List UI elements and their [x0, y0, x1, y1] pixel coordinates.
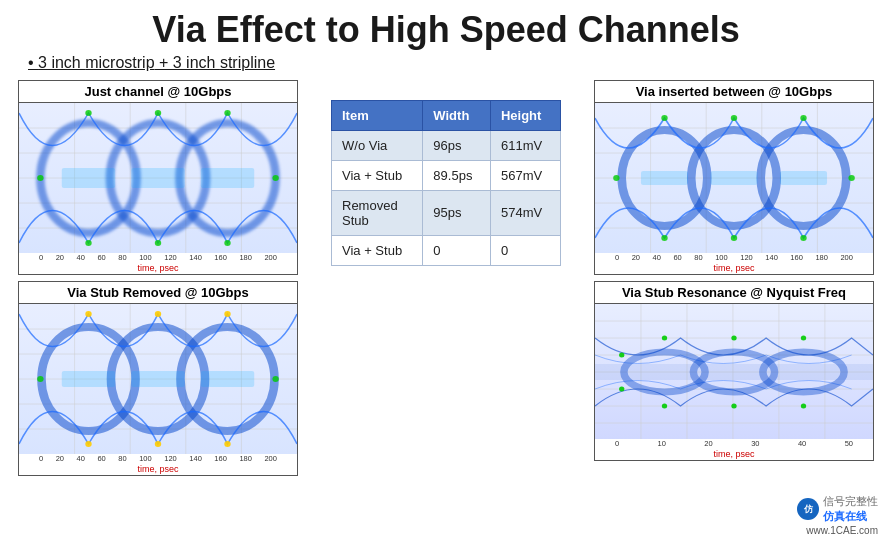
table-body: W/o Via 96ps 611mV Via + Stub 89.5ps 567… — [332, 130, 561, 265]
svg-point-15 — [37, 175, 43, 181]
table-cell-height-2: 567mV — [490, 160, 560, 190]
svg-rect-12 — [62, 168, 115, 188]
svg-point-85 — [619, 352, 624, 357]
chart-bl-x-labels: 020406080100120140160180200 — [19, 454, 297, 463]
svg-point-65 — [731, 235, 737, 241]
chart-via-inserted: Via inserted between @ 10Gbps 1.00.80.60… — [594, 80, 874, 275]
subtitle: • 3 inch microstrip + 3 inch stripline — [28, 54, 874, 72]
svg-point-87 — [662, 335, 667, 340]
chart-br-time-label: time, psec — [595, 448, 873, 460]
chart-just-channel-title: Just channel @ 10Gbps — [19, 81, 297, 103]
middle-column: Item Width Height W/o Via 96ps 611mV Via… — [306, 80, 586, 266]
svg-rect-13 — [131, 168, 184, 188]
svg-point-91 — [801, 335, 806, 340]
watermark-line1: 信号完整性 — [823, 494, 878, 509]
svg-point-40 — [85, 441, 91, 447]
slide: Via Effect to High Speed Channels • 3 in… — [0, 0, 892, 544]
svg-point-92 — [801, 403, 806, 408]
stripline-link: stripline — [220, 54, 275, 71]
right-column: Via inserted between @ 10Gbps 1.00.80.60… — [594, 80, 874, 461]
table-cell-item-4: Via + Stub — [332, 235, 423, 265]
svg-rect-59 — [710, 171, 757, 185]
svg-point-44 — [224, 441, 230, 447]
chart-tl-time-label: time, psec — [19, 262, 297, 274]
table-cell-height-3: 574mV — [490, 190, 560, 235]
table-col-item: Item — [332, 100, 423, 130]
table-col-height: Height — [490, 100, 560, 130]
svg-point-16 — [85, 110, 91, 116]
svg-point-68 — [848, 175, 854, 181]
table-row: W/o Via 96ps 611mV — [332, 130, 561, 160]
eye-diagram-svg-tl — [19, 103, 297, 253]
watermark-text: 信号完整性 仿真在线 — [823, 494, 878, 524]
chart-via-inserted-container: 1.00.80.60.40.20.0 — [595, 103, 873, 274]
content-area: Just channel @ 10Gbps 1.00.80.60.40.20.0 — [18, 80, 874, 476]
chart-via-inserted-title: Via inserted between @ 10Gbps — [595, 81, 873, 103]
table-cell-item-2: Via + Stub — [332, 160, 423, 190]
watermark-line2: 仿真在线 — [823, 509, 878, 524]
eye-diagram-svg-tr — [595, 103, 873, 253]
svg-point-41 — [155, 311, 161, 317]
table-row: Via + Stub 89.5ps 567mV — [332, 160, 561, 190]
chart-tl-x-labels: 020406080100120140160180200 — [19, 253, 297, 262]
svg-point-18 — [155, 110, 161, 116]
svg-point-21 — [224, 240, 230, 246]
chart-just-channel: Just channel @ 10Gbps 1.00.80.60.40.20.0 — [18, 80, 298, 275]
data-table: Item Width Height W/o Via 96ps 611mV Via… — [331, 100, 561, 266]
svg-point-19 — [155, 240, 161, 246]
microstrip-link: microstrip — [85, 54, 154, 71]
svg-point-45 — [272, 376, 278, 382]
watermark-logo: 仿 信号完整性 仿真在线 — [797, 494, 878, 524]
subtitle-text-middle: + 3 inch — [155, 54, 220, 71]
chart-resonance-container: 1.21.00.80.60.40.20.0-0.2 — [595, 304, 873, 460]
chart-resonance-inner — [595, 304, 873, 439]
chart-stub-removed: Via Stub Removed @ 10Gbps 1.00.80.60.40.… — [18, 281, 298, 476]
table-cell-item-1: W/o Via — [332, 130, 423, 160]
table-cell-width-2: 89.5ps — [423, 160, 491, 190]
resonance-svg — [595, 304, 873, 439]
eye-diagram-svg-bl — [19, 304, 297, 454]
svg-point-64 — [731, 115, 737, 121]
svg-point-66 — [800, 115, 806, 121]
svg-point-61 — [613, 175, 619, 181]
svg-rect-60 — [780, 171, 827, 185]
chart-just-channel-inner — [19, 103, 297, 253]
svg-point-22 — [272, 175, 278, 181]
table-cell-width-1: 96ps — [423, 130, 491, 160]
chart-tr-x-labels: 020406080100120140160180200 — [595, 253, 873, 262]
chart-resonance: Via Stub Resonance @ Nyquist Freq 1.21.0… — [594, 281, 874, 461]
chart-stub-removed-container: 1.00.80.60.40.20.0 — [19, 304, 297, 475]
table-row: Via + Stub 0 0 — [332, 235, 561, 265]
table-cell-width-4: 0 — [423, 235, 491, 265]
svg-point-38 — [37, 376, 43, 382]
chart-br-x-labels: 01020304050 — [595, 439, 873, 448]
table-cell-item-3: RemovedStub — [332, 190, 423, 235]
svg-point-43 — [224, 311, 230, 317]
slide-title: Via Effect to High Speed Channels — [18, 10, 874, 50]
svg-point-17 — [85, 240, 91, 246]
bullet: • — [28, 54, 38, 71]
left-column: Just channel @ 10Gbps 1.00.80.60.40.20.0 — [18, 80, 298, 476]
watermark-url: www.1CAE.com — [806, 525, 878, 536]
table-header-row: Item Width Height — [332, 100, 561, 130]
chart-tr-time-label: time, psec — [595, 262, 873, 274]
svg-point-88 — [662, 403, 667, 408]
svg-point-86 — [619, 386, 624, 391]
svg-point-39 — [85, 311, 91, 317]
svg-point-62 — [661, 115, 667, 121]
table-cell-width-3: 95ps — [423, 190, 491, 235]
chart-stub-removed-inner — [19, 304, 297, 454]
svg-rect-14 — [201, 168, 254, 188]
watermark-logo-circle: 仿 — [797, 498, 819, 520]
table-cell-height-4: 0 — [490, 235, 560, 265]
watermark: 仿 信号完整性 仿真在线 www.1CAE.com — [797, 494, 878, 536]
svg-rect-37 — [201, 371, 254, 387]
table-row: RemovedStub 95ps 574mV — [332, 190, 561, 235]
svg-point-42 — [155, 441, 161, 447]
chart-just-channel-container: 1.00.80.60.40.20.0 — [19, 103, 297, 274]
svg-rect-58 — [641, 171, 688, 185]
chart-via-inserted-inner — [595, 103, 873, 253]
svg-point-63 — [661, 235, 667, 241]
svg-point-20 — [224, 110, 230, 116]
svg-point-67 — [800, 235, 806, 241]
